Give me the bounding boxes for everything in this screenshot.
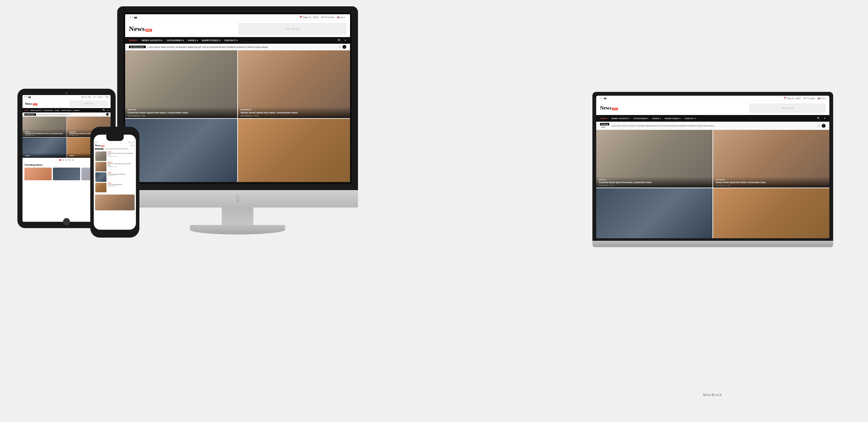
mb-article-business[interactable]: BUSINESS Vertex lorem spred tere amet, c… [713, 130, 829, 187]
imac-next-arrow[interactable]: › [342, 45, 346, 49]
iphone-bottom-img[interactable] [95, 194, 135, 210]
iphone-thumb-3 [95, 172, 106, 182]
dot-2[interactable] [62, 159, 64, 161]
imac-article-business-category: BUSINESS [241, 109, 347, 111]
mb-search-icon[interactable]: 🔍 [817, 117, 820, 120]
dot-5[interactable] [72, 159, 74, 161]
mb-article-health[interactable]: HEALTH Cuestred lorem spred tera amet, c… [596, 130, 712, 187]
imac-stand-base [190, 225, 285, 235]
imac-article-business-overlay: BUSINESS Vertex lorem spred tere amet, c… [238, 107, 350, 118]
mb-nav-shortcodes[interactable]: SHORTCODES ▾ [664, 117, 681, 119]
ipad-search-icon[interactable]: 🔍 [103, 109, 105, 112]
iphone-search-icon[interactable]: 🔍 [130, 145, 132, 147]
iphone-article-row-2[interactable]: BUSINESS Vertex lorem spred tere amet, c… [95, 162, 134, 172]
ipad-nav-home[interactable]: HOME [24, 110, 29, 111]
dot-3[interactable] [66, 159, 67, 161]
ipad-nav-layouts[interactable]: NEWS LAYOUTS [30, 110, 41, 111]
dot-1[interactable] [59, 159, 61, 161]
ipad-breaking-bar: Breaking News Lorem ipsum dolor sit amet… [23, 113, 111, 117]
iphone-article-row-4[interactable]: TRAVEL Lorem ipsum travel spred SEPTEMBE… [95, 183, 134, 192]
apple-logo-imac:  [236, 194, 239, 204]
imac-nav-shortcodes[interactable]: SHORTCODES ▾ [202, 39, 220, 42]
imac-stand-neck [222, 208, 253, 227]
imac-article-business[interactable]: BUSINESS Vertex lorem spred tere amet, c… [238, 50, 350, 118]
imac-screen-outer: f t 📷 📅 May 21, 2022 26 ☀ [117, 6, 358, 190]
imac-article-health[interactable]: HEALTH Cuestred lorem spred tera amet, c… [125, 50, 237, 118]
weather-icon: ☀ [324, 16, 326, 19]
imac-nav-pages[interactable]: PAGES ▾ [188, 39, 198, 42]
imac-topbar-right: 📅 May 21, 2022 26 ☀ Cochin 🇬🇧 ENG [299, 16, 345, 19]
mb-nav-contact[interactable]: CONTACT ▾ [685, 117, 696, 119]
ipad-logo-pro: PRO [33, 103, 38, 106]
imac-search-icon[interactable]: 🔍 [338, 39, 341, 42]
ipad-next-arrow[interactable]: › [106, 113, 108, 116]
iphone-status-icons: ●●● ▲ 🔋 [128, 141, 135, 143]
mb-article-travel2[interactable]: TRAVEL [713, 188, 829, 239]
mb-prev-arrow[interactable]: ‹ [817, 124, 821, 128]
iphone-menu-icon[interactable]: ≡ [133, 145, 135, 147]
ipad-prev-arrow[interactable]: ‹ [103, 113, 105, 116]
iphone-screen: 5:41 ●●● ▲ 🔋 News PRO [94, 134, 136, 230]
imac-header: News PRO 728 × 90 AD [125, 21, 350, 37]
imac-nav-contact[interactable]: CONTACT ▾ [224, 39, 238, 42]
dot-4[interactable] [69, 159, 71, 161]
iphone-article-list: HEALTH Cuestred lorem spred tera amet, c… [94, 150, 136, 193]
mb-chevron-icon: ▾ [825, 97, 826, 99]
ipad-nav-pages[interactable]: PAGES [55, 110, 60, 111]
imac-article-health-category: HEALTH [128, 109, 235, 111]
imac-article-travel1[interactable]: TRAVEL [125, 119, 237, 182]
ipad-nav-shortcodes[interactable]: SHORTCODES [61, 110, 71, 111]
ipad-trending-card2[interactable] [53, 168, 80, 180]
facebook-icon: f [130, 16, 131, 19]
ipad-nav-contact[interactable]: CONTACT [73, 110, 80, 111]
ipad-article-health[interactable]: HEALTH Cuestred lorem spred tera amet, c… [23, 117, 66, 137]
ipad-home-button[interactable] [63, 218, 70, 225]
mb-nav-home[interactable]: HOME ▾ [600, 117, 608, 119]
iphone-thumb-2 [95, 162, 106, 172]
mb-nav-layouts[interactable]: NEWS LAYOUTS ▾ [611, 117, 629, 119]
imac-lang: 🇬🇧 ENG ▾ [337, 16, 345, 19]
iphone-wifi-icon: ▲ [131, 141, 132, 143]
macbook-logo: News PRO [600, 105, 618, 111]
imac-menu-icon[interactable]: ≡ [345, 39, 346, 42]
ipad-nav-categories[interactable]: CATEGORIES [44, 110, 53, 111]
ipad-menu-icon[interactable]: ≡ [107, 109, 108, 112]
ipad-article-travel1[interactable]: TRAVEL [23, 138, 66, 158]
mb-health-date: SEPTEMBER 9, 2021 [599, 185, 710, 186]
mb-menu-icon[interactable]: ≡ [824, 117, 826, 120]
imac-nav-home[interactable]: HOME ▾ [129, 39, 138, 42]
iphone-header-icons: 🔍 ≡ [130, 145, 135, 147]
mb-next-arrow[interactable]: › [822, 124, 826, 128]
iphone-title-2: Vertex lorem spred tere amet, consectetu… [108, 163, 134, 166]
iphone-device: 5:41 ●●● ▲ 🔋 News PRO [90, 127, 140, 238]
ipad-trending-card1[interactable] [24, 168, 52, 180]
iphone-thumb-1 [95, 151, 106, 161]
ipad-facebook-icon: f [24, 96, 25, 98]
macbook-topbar-right: 📅 May 21, 2022 26 ☀ Cochin 🇬🇧 ENG [784, 97, 826, 99]
ipad-travel1-category: TRAVEL [25, 155, 64, 156]
macbook-screen-outer: f t 📷 📅 May 21, 2022 26 ☀ [592, 92, 833, 241]
iphone-battery-icon: 🔋 [133, 141, 135, 143]
mb-business-title: Vertex lorem spred tere amet, consectetu… [716, 181, 827, 184]
imac-date: 📅 May 21, 2022 [299, 16, 318, 19]
iphone-text-2: BUSINESS Vertex lorem spred tere amet, c… [108, 162, 134, 168]
mb-article-travel1[interactable]: TRAVEL [596, 188, 712, 239]
iphone-logo-pro: PRO [101, 145, 104, 147]
iphone-topbar: 5:41 ●●● ▲ 🔋 [94, 141, 136, 144]
macbook-article-grid: HEALTH Cuestred lorem spred tera amet, c… [596, 130, 829, 238]
mb-nav-categories[interactable]: CATEGORIES ▾ [633, 117, 648, 119]
imac-nav-categories[interactable]: CATEGORIES ▾ [167, 39, 184, 42]
imac-article-travel2[interactable]: TRAVEL [238, 119, 350, 182]
macbook-social-icons: f t 📷 [600, 97, 607, 99]
imac-prev-arrow[interactable]: ‹ [338, 45, 341, 49]
macbook-ad-banner: 720 × 90 AD [749, 103, 826, 113]
scene: f t 📷 📅 May 21, 2022 26 ☀ [0, 0, 868, 422]
iphone-article-row-1[interactable]: HEALTH Cuestred lorem spred tera amet, c… [95, 151, 134, 161]
iphone-article-row-3[interactable]: TRAVEL Lorem ipsum spred travel amet SEP… [95, 172, 134, 182]
mb-nav-pages[interactable]: PAGES ▾ [652, 117, 661, 119]
ipad-logo-news: News [25, 102, 32, 106]
iphone-thumb-4 [95, 183, 106, 192]
imac-nav-layouts[interactable]: NEWS LAYOUTS ▾ [142, 39, 163, 42]
mb-twitter-icon: t [602, 97, 602, 99]
ipad-health-overlay: HEALTH Cuestred lorem spred tera amet, c… [23, 129, 66, 137]
